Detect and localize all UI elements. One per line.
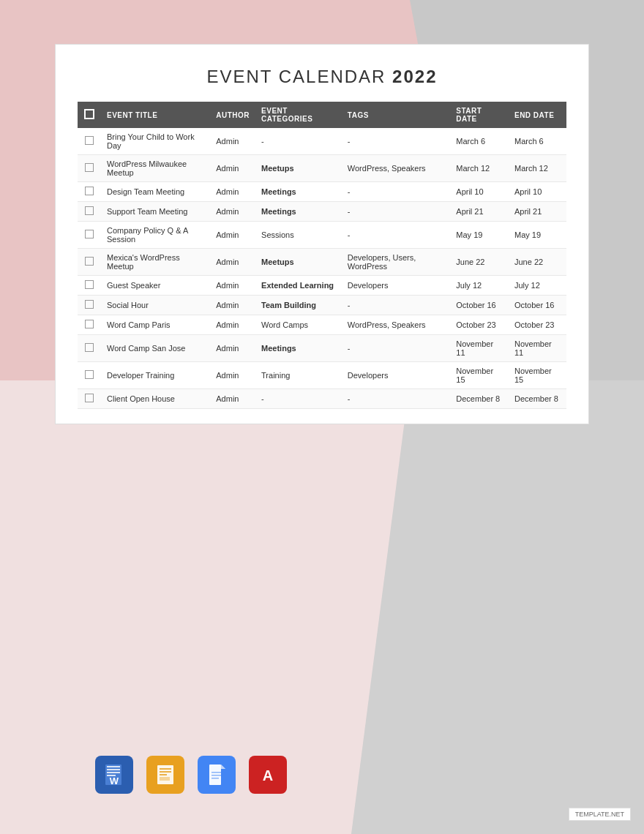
row-start-date: November 11: [450, 335, 509, 362]
row-end-date: June 22: [509, 249, 566, 276]
event-table: EVENT TITLE AUTHOR EVENT CATEGORIES TAGS…: [78, 102, 566, 409]
table-row: Social Hour Admin Team Building - Octobe…: [78, 296, 566, 315]
svg-rect-11: [160, 774, 167, 775]
table-row: Bring Your Child to Work Day Admin - - M…: [78, 128, 566, 155]
app-icon-acrobat[interactable]: A: [249, 756, 287, 794]
row-checkbox[interactable]: [78, 249, 101, 276]
main-card: EVENT CALENDAR 2022 EVENT TITLE AUTHOR E…: [55, 44, 589, 424]
row-start-date: June 22: [450, 249, 509, 276]
svg-rect-3: [107, 769, 120, 770]
header-end-date: END DATE: [509, 102, 566, 128]
page-title: EVENT CALENDAR 2022: [78, 67, 566, 87]
row-end-date: March 6: [509, 128, 566, 155]
row-start-date: March 6: [450, 128, 509, 155]
row-tags: WordPress, Speakers: [342, 155, 451, 182]
header-tags: TAGS: [342, 102, 451, 128]
row-title: Design Team Meeting: [101, 182, 210, 202]
row-title: Social Hour: [101, 296, 210, 315]
docs-svg: [203, 762, 230, 788]
row-checkbox[interactable]: [78, 222, 101, 249]
row-author: Admin: [210, 182, 255, 202]
row-tags: -: [342, 182, 451, 202]
row-end-date: November 15: [509, 362, 566, 389]
svg-text:W: W: [110, 775, 119, 786]
svg-rect-17: [211, 772, 222, 773]
row-author: Admin: [210, 389, 255, 409]
svg-rect-18: [211, 775, 222, 776]
row-end-date: April 21: [509, 202, 566, 222]
row-categories: -: [255, 389, 342, 409]
app-icon-pages[interactable]: [146, 756, 184, 794]
row-tags: -: [342, 128, 451, 155]
row-categories: Training: [255, 362, 342, 389]
row-checkbox[interactable]: [78, 315, 101, 335]
checkbox-icon: [85, 136, 94, 145]
row-checkbox[interactable]: [78, 155, 101, 182]
row-checkbox[interactable]: [78, 128, 101, 155]
row-title: Support Team Meeting: [101, 202, 210, 222]
row-title: Mexica's WordPress Meetup: [101, 249, 210, 276]
row-end-date: November 11: [509, 335, 566, 362]
row-checkbox[interactable]: [78, 335, 101, 362]
row-author: Admin: [210, 276, 255, 296]
row-categories: Sessions: [255, 222, 342, 249]
row-end-date: October 23: [509, 315, 566, 335]
row-start-date: October 23: [450, 315, 509, 335]
row-start-date: October 16: [450, 296, 509, 315]
row-start-date: April 10: [450, 182, 509, 202]
row-start-date: July 12: [450, 276, 509, 296]
svg-rect-12: [160, 777, 170, 781]
row-checkbox[interactable]: [78, 276, 101, 296]
app-icon-docs[interactable]: [198, 756, 236, 794]
row-author: Admin: [210, 128, 255, 155]
row-title: Bring Your Child to Work Day: [101, 128, 210, 155]
table-row: Guest Speaker Admin Extended Learning De…: [78, 276, 566, 296]
row-end-date: May 19: [509, 222, 566, 249]
row-start-date: November 15: [450, 362, 509, 389]
row-title: Company Policy Q & A Session: [101, 222, 210, 249]
checkbox-icon: [85, 206, 94, 215]
row-start-date: April 21: [450, 202, 509, 222]
table-row: Developer Training Admin Training Develo…: [78, 362, 566, 389]
row-end-date: December 8: [509, 389, 566, 409]
acrobat-svg: A: [255, 762, 281, 788]
row-checkbox[interactable]: [78, 389, 101, 409]
row-tags: Developers, Users, WordPress: [342, 249, 451, 276]
row-categories: Extended Learning: [255, 276, 342, 296]
row-categories: Meetups: [255, 249, 342, 276]
row-title: Developer Training: [101, 362, 210, 389]
svg-rect-19: [211, 778, 219, 779]
header-event-title: EVENT TITLE: [101, 102, 210, 128]
row-checkbox[interactable]: [78, 362, 101, 389]
row-start-date: May 19: [450, 222, 509, 249]
row-checkbox[interactable]: [78, 202, 101, 222]
row-author: Admin: [210, 362, 255, 389]
row-end-date: March 12: [509, 155, 566, 182]
row-author: Admin: [210, 296, 255, 315]
row-categories: Team Building: [255, 296, 342, 315]
row-end-date: April 10: [509, 182, 566, 202]
app-icon-word[interactable]: W: [95, 756, 133, 794]
row-author: Admin: [210, 315, 255, 335]
row-start-date: March 12: [450, 155, 509, 182]
row-author: Admin: [210, 202, 255, 222]
row-tags: -: [342, 222, 451, 249]
row-checkbox[interactable]: [78, 296, 101, 315]
row-author: Admin: [210, 249, 255, 276]
row-categories: -: [255, 128, 342, 155]
watermark: TEMPLATE.NET: [569, 808, 631, 821]
row-checkbox[interactable]: [78, 182, 101, 202]
svg-rect-2: [107, 766, 120, 767]
row-tags: -: [342, 296, 451, 315]
table-row: WordPress Milwaukee Meetup Admin Meetups…: [78, 155, 566, 182]
checkbox-icon: [85, 394, 94, 402]
row-tags: Developers: [342, 276, 451, 296]
header-author: AUTHOR: [210, 102, 255, 128]
row-tags: WordPress, Speakers: [342, 315, 451, 335]
row-title: Client Open House: [101, 389, 210, 409]
checkbox-icon: [85, 370, 94, 379]
row-tags: Developers: [342, 362, 451, 389]
header-checkbox: [78, 102, 101, 128]
table-row: Design Team Meeting Admin Meetings - Apr…: [78, 182, 566, 202]
table-row: Word Camp Paris Admin Word Camps WordPre…: [78, 315, 566, 335]
